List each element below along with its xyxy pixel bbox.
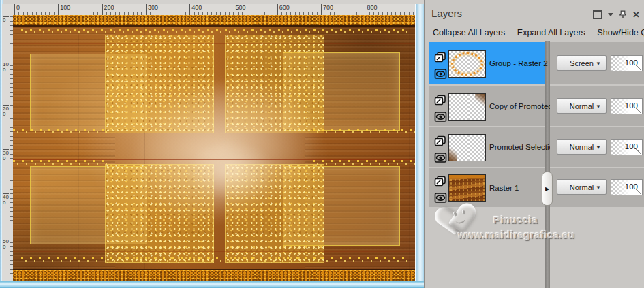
canvas-glitter-strip-top bbox=[13, 15, 415, 25]
ruler-label: 0 bbox=[14, 4, 20, 15]
ruler-label: 0 bbox=[3, 16, 9, 23]
image-window: 0100200300400500600700800 01002003004005… bbox=[0, 0, 424, 288]
layer-type-icon bbox=[434, 135, 447, 147]
blend-mode-value: Screen bbox=[570, 59, 594, 67]
chevron-down-icon: ▼ bbox=[596, 103, 601, 109]
resize-grip-icon[interactable] bbox=[636, 108, 641, 113]
layer-type-icon bbox=[434, 52, 447, 63]
watermark: Pinuccia www.maidiregrafica.eu bbox=[438, 199, 642, 261]
splitter-collapse-handle[interactable]: ▶ bbox=[542, 172, 553, 206]
layer-row-promoted-selection[interactable]: Promoted Selection bbox=[429, 127, 545, 167]
canvas-line bbox=[13, 25, 415, 27]
resize-grip-icon[interactable] bbox=[636, 148, 641, 154]
resize-grip-icon[interactable] bbox=[636, 65, 641, 70]
chevron-down-icon[interactable] bbox=[608, 13, 613, 16]
canvas-dot-row bbox=[313, 129, 415, 133]
resize-grip-icon[interactable] bbox=[636, 189, 641, 194]
ruler-label: 200 bbox=[3, 105, 9, 116]
layer-thumbnail[interactable] bbox=[448, 134, 486, 161]
ruler-label: 100 bbox=[58, 4, 70, 15]
layer-thumbnail[interactable] bbox=[448, 93, 486, 121]
layer-row-raster1[interactable]: Raster 1 bbox=[429, 168, 545, 207]
layer-name[interactable]: Promoted Selection bbox=[489, 143, 557, 151]
ruler-label: 300 bbox=[3, 149, 9, 161]
layer-type-icon bbox=[434, 95, 447, 106]
blend-mode-value: Normal bbox=[570, 143, 594, 151]
ruler-label: 300 bbox=[146, 4, 158, 15]
pin-icon[interactable] bbox=[619, 10, 626, 19]
layer-type-icon bbox=[434, 176, 447, 187]
layer-row-controls: Normal ▼ 100 bbox=[550, 86, 644, 126]
smiley-face-icon bbox=[451, 209, 471, 225]
watermark-url: www.maidiregrafica.eu bbox=[458, 229, 574, 240]
close-icon[interactable]: ✕ bbox=[632, 11, 640, 19]
canvas-dot-row bbox=[13, 129, 108, 133]
visibility-eye-icon[interactable] bbox=[434, 192, 447, 204]
collapse-all-layers-button[interactable]: Collapse All Layers bbox=[433, 28, 505, 37]
visibility-eye-icon[interactable] bbox=[434, 111, 447, 123]
ruler-label: 500 bbox=[3, 238, 9, 249]
chevron-down-icon: ▼ bbox=[596, 60, 601, 66]
blend-mode-value: Normal bbox=[570, 183, 594, 191]
layer-row-controls: Normal ▼ 100 bbox=[550, 168, 644, 207]
vertical-ruler: 0100200300400500 bbox=[2, 15, 14, 281]
opacity-field[interactable]: 100 bbox=[611, 179, 643, 195]
panel-title: Layers bbox=[431, 7, 462, 19]
canvas-dot-row bbox=[13, 160, 108, 165]
ruler-label: 800 bbox=[365, 4, 377, 15]
image-canvas[interactable] bbox=[13, 15, 415, 281]
ruler-label: 100 bbox=[3, 61, 9, 72]
canvas-light-glow bbox=[187, 141, 275, 202]
ruler-label: 700 bbox=[321, 4, 333, 15]
ruler-label: 400 bbox=[3, 193, 9, 205]
opacity-field[interactable]: 100 bbox=[611, 55, 643, 71]
watermark-author: Pinuccia bbox=[493, 214, 538, 225]
ruler-corner bbox=[2, 4, 14, 16]
blend-mode-dropdown[interactable]: Screen ▼ bbox=[557, 55, 607, 71]
canvas-line bbox=[13, 43, 415, 44]
layer-name[interactable]: Raster 1 bbox=[489, 184, 519, 192]
ruler-label: 600 bbox=[277, 4, 290, 15]
layer-row-controls: Screen ▼ 100 bbox=[550, 42, 644, 84]
horizontal-scrollbar[interactable] bbox=[0, 281, 424, 288]
expand-all-layers-button[interactable]: Expand All Layers bbox=[517, 28, 585, 37]
ruler-label: 400 bbox=[189, 4, 202, 15]
opacity-field[interactable]: 100 bbox=[611, 139, 643, 155]
layer-row-controls: Normal ▼ 100 bbox=[550, 127, 644, 167]
canvas-dot-row bbox=[21, 29, 407, 33]
ruler-label: 200 bbox=[102, 4, 114, 15]
canvas-dot-row bbox=[313, 160, 415, 165]
heart-icon bbox=[440, 202, 481, 240]
canvas-line bbox=[13, 251, 415, 252]
float-panel-icon[interactable] bbox=[593, 10, 602, 19]
layers-palette: Layers ✕ Collapse All Layers Expand All … bbox=[424, 0, 644, 288]
chevron-down-icon: ▼ bbox=[596, 184, 601, 190]
panel-splitter[interactable] bbox=[545, 41, 550, 288]
layer-name[interactable]: Group - Raster 2 bbox=[489, 59, 548, 67]
ruler-label: 500 bbox=[234, 4, 246, 15]
chevron-down-icon: ▼ bbox=[596, 144, 601, 150]
vertical-scrollbar[interactable] bbox=[415, 4, 424, 281]
visibility-eye-icon[interactable] bbox=[434, 68, 447, 80]
blend-mode-dropdown[interactable]: Normal ▼ bbox=[557, 139, 607, 155]
horizontal-ruler: 0100200300400500600700800 bbox=[13, 4, 415, 16]
show-hide-quick-selection-button[interactable]: Show/Hide Quick Se bbox=[597, 28, 644, 37]
canvas-glitter-strip-bottom bbox=[13, 270, 415, 281]
layer-thumbnail[interactable] bbox=[448, 174, 486, 202]
chevron-right-icon: ▶ bbox=[545, 186, 549, 192]
layer-row-copy-of-promoted-selection[interactable]: Copy of Promoted Sele bbox=[429, 86, 545, 126]
layer-row-group-raster2[interactable]: Group - Raster 2 bbox=[429, 42, 545, 84]
visibility-eye-icon[interactable] bbox=[434, 152, 447, 163]
blend-mode-dropdown[interactable]: Normal ▼ bbox=[557, 98, 607, 114]
blend-mode-dropdown[interactable]: Normal ▼ bbox=[557, 179, 607, 195]
blend-mode-value: Normal bbox=[570, 102, 594, 110]
canvas-dot-row bbox=[21, 257, 407, 262]
layer-thumbnail[interactable] bbox=[448, 50, 486, 78]
opacity-field[interactable]: 100 bbox=[611, 98, 643, 114]
